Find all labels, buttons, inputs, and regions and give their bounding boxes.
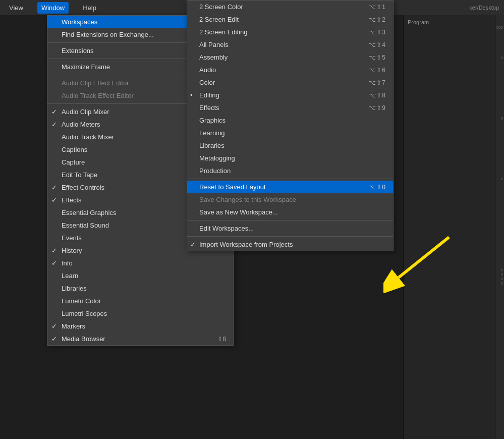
ruler-mark-1: 500	[496, 25, 503, 30]
menu-help[interactable]: Help	[79, 2, 100, 14]
history-check: ✓	[51, 247, 57, 254]
submenu-item-color[interactable]: Color ⌥⇧7	[187, 76, 393, 89]
workspaces-label: Workspaces	[62, 18, 97, 26]
libraries-label: Libraries	[62, 285, 87, 292]
import-workspace-label: Import Workspace from Projects	[199, 241, 293, 248]
edit-workspaces-label: Edit Workspaces...	[199, 225, 254, 232]
effect-controls-check: ✓	[51, 184, 57, 191]
reset-to-saved-layout-shortcut: ⌥⇧0	[369, 184, 386, 191]
effects-ws-shortcut: ⌥⇧9	[369, 104, 386, 112]
production-label: Production	[199, 167, 231, 175]
extensions-label: Extensions	[62, 47, 94, 54]
submenu-item-metalogging[interactable]: Metalogging	[187, 152, 393, 164]
menu-item-libraries[interactable]: Libraries	[47, 282, 233, 295]
submenu-item-import-workspace[interactable]: ✓ Import Workspace from Projects	[187, 238, 393, 251]
find-extensions-label: Find Extensions on Exchange...	[62, 31, 154, 38]
submenu-separator-3	[187, 236, 393, 237]
editing-label: Editing	[199, 91, 219, 99]
audio-meters-check: ✓	[51, 121, 57, 128]
effects-ws-label: Effects	[199, 104, 219, 112]
submenu-item-editing[interactable]: • Editing ⌥⇧8	[187, 89, 393, 101]
submenu-item-all-panels[interactable]: All Panels ⌥⇧4	[187, 38, 393, 51]
audio-clip-mixer-check: ✓	[51, 108, 57, 116]
assembly-label: Assembly	[199, 53, 228, 61]
libraries-ws-label: Libraries	[199, 142, 225, 149]
breadcrumb-hint: ker/Desktop	[469, 5, 499, 11]
2-screen-editing-shortcut: ⌥⇧3	[369, 29, 386, 36]
2-screen-color-label: 2 Screen Color	[199, 3, 243, 11]
submenu-separator-2	[187, 220, 393, 221]
ruler-mark-4: 0	[501, 177, 503, 181]
media-browser-shortcut: ⇧8	[217, 336, 226, 343]
audio-meters-label: Audio Meters	[62, 121, 100, 128]
media-browser-check: ✓	[51, 335, 57, 343]
maximize-frame-label: Maximize Frame	[62, 63, 110, 71]
color-label: Color	[199, 79, 215, 86]
submenu-item-effects[interactable]: Effects ⌥⇧9	[187, 101, 393, 114]
history-label: History	[62, 247, 82, 254]
menu-item-info[interactable]: ✓ Info	[47, 257, 233, 269]
save-as-new-label: Save as New Workspace...	[199, 208, 278, 216]
submenu-item-production[interactable]: Production	[187, 164, 393, 177]
ruler-mark-2: 0	[501, 56, 503, 60]
color-shortcut: ⌥⇧7	[369, 79, 386, 86]
submenu-item-audio[interactable]: Audio ⌥⇧6	[187, 64, 393, 76]
2-screen-edit-label: 2 Screen Edit	[199, 16, 239, 23]
audio-track-mixer-label: Audio Track Mixer	[62, 133, 114, 141]
submenu-item-learning[interactable]: Learning	[187, 127, 393, 139]
submenu-separator-1	[187, 179, 393, 179]
import-workspace-check: ✓	[190, 241, 196, 248]
submenu-item-2-screen-edit[interactable]: 2 Screen Edit ⌥⇧2	[187, 13, 393, 26]
save-changes-label: Save Changes to this Workspace	[199, 196, 296, 203]
audio-clip-mixer-label: Audio Clip Mixer	[62, 108, 109, 116]
markers-label: Markers	[62, 322, 85, 330]
menu-item-markers[interactable]: ✓ Markers	[47, 320, 233, 333]
workspaces-submenu: 2 Screen Color ⌥⇧1 2 Screen Edit ⌥⇧2 2 S…	[187, 0, 394, 251]
assembly-shortcut: ⌥⇧5	[369, 54, 386, 61]
audio-track-effect-editor-label: Audio Track Effect Editor	[62, 92, 134, 99]
learn-label: Learn	[62, 272, 78, 280]
submenu-item-assembly[interactable]: Assembly ⌥⇧5	[187, 51, 393, 64]
reset-to-saved-layout-label: Reset to Saved Layout	[199, 183, 266, 191]
effects-check: ✓	[51, 196, 57, 204]
submenu-item-reset-to-saved-layout[interactable]: Reset to Saved Layout ⌥⇧0	[187, 181, 393, 193]
right-panel: Program 500 0 5 0 1500	[403, 15, 504, 439]
menu-item-lumetri-scopes[interactable]: Lumetri Scopes	[47, 307, 233, 320]
events-label: Events	[62, 234, 82, 242]
submenu-item-2-screen-editing[interactable]: 2 Screen Editing ⌥⇧3	[187, 26, 393, 38]
ruler-mark-3: 5	[501, 116, 503, 121]
menu-item-learn[interactable]: Learn	[47, 269, 233, 282]
captions-label: Captions	[62, 146, 87, 153]
submenu-item-graphics[interactable]: Graphics	[187, 114, 393, 127]
lumetri-color-label: Lumetri Color	[62, 297, 101, 305]
editing-check: •	[190, 91, 193, 99]
learning-label: Learning	[199, 129, 225, 137]
menu-view[interactable]: View	[5, 2, 27, 14]
menu-window[interactable]: Window	[37, 2, 69, 14]
markers-check: ✓	[51, 322, 57, 330]
lumetri-scopes-label: Lumetri Scopes	[62, 310, 107, 317]
audio-clip-effect-editor-label: Audio Clip Effect Editor	[62, 79, 129, 87]
menu-item-lumetri-color[interactable]: Lumetri Color	[47, 295, 233, 307]
submenu-item-edit-workspaces[interactable]: Edit Workspaces...	[187, 222, 393, 235]
all-panels-shortcut: ⌥⇧4	[369, 41, 386, 48]
essential-sound-label: Essential Sound	[62, 222, 109, 229]
submenu-item-libraries[interactable]: Libraries	[187, 139, 393, 152]
menu-item-media-browser[interactable]: ✓ Media Browser ⇧8	[47, 333, 233, 345]
capture-label: Capture	[62, 158, 85, 166]
audio-label: Audio	[199, 66, 216, 74]
effects-label: Effects	[62, 196, 82, 204]
2-screen-color-shortcut: ⌥⇧1	[369, 4, 386, 11]
submenu-item-2-screen-color[interactable]: 2 Screen Color ⌥⇧1	[187, 1, 393, 13]
graphics-label: Graphics	[199, 117, 226, 124]
2-screen-edit-shortcut: ⌥⇧2	[369, 16, 386, 23]
metalogging-label: Metalogging	[199, 154, 235, 162]
editing-shortcut: ⌥⇧8	[369, 92, 386, 99]
info-label: Info	[62, 259, 73, 267]
submenu-item-save-changes: Save Changes to this Workspace	[187, 193, 393, 206]
submenu-item-save-as-new[interactable]: Save as New Workspace...	[187, 206, 393, 218]
info-check: ✓	[51, 259, 57, 267]
audio-shortcut: ⌥⇧6	[369, 67, 386, 74]
essential-graphics-label: Essential Graphics	[62, 209, 116, 216]
edit-to-tape-label: Edit To Tape	[62, 171, 97, 179]
